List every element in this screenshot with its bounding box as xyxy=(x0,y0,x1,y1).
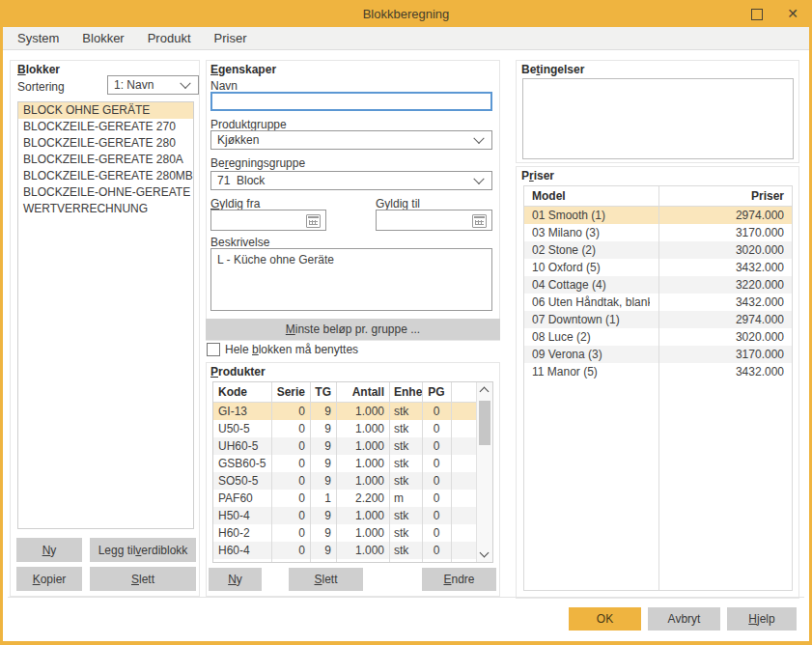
cell: 06 Uten Håndtak, blank... xyxy=(524,294,650,311)
cell: 04 Cottage (4) xyxy=(524,276,650,294)
gyldig-til-input[interactable] xyxy=(376,210,492,231)
menu-produkt[interactable]: Produkt xyxy=(148,31,191,45)
legg-til-verdiblokk-button[interactable]: Legg til verdiblokk xyxy=(90,538,196,562)
cell: 9 xyxy=(310,524,336,542)
chevron-down-icon xyxy=(473,133,484,144)
cell: 0 xyxy=(271,420,310,437)
list-item[interactable]: BLOCKZEILE-OHNE-GEREATE xyxy=(18,184,193,201)
cell: m xyxy=(389,490,422,507)
menu-priser[interactable]: Priser xyxy=(214,31,247,45)
column-divider xyxy=(422,382,423,562)
hele-blokken-checkbox[interactable] xyxy=(207,343,220,356)
cell: 3432.000 xyxy=(650,363,792,380)
cell: 9 xyxy=(310,507,336,524)
produkter-table: KodeSerieTGAntallEnhetPGGI-13091.000stk0… xyxy=(212,381,493,563)
cell: Model xyxy=(524,186,650,206)
footer-separator xyxy=(8,597,804,598)
cell: 3432.000 xyxy=(650,294,792,311)
list-item[interactable]: BLOCKZEILE-GEREATE 280MB xyxy=(18,168,193,184)
menu-system[interactable]: System xyxy=(17,31,59,45)
cell: 3432.000 xyxy=(650,259,792,276)
gyldig-fra-input[interactable] xyxy=(210,210,326,231)
list-item[interactable]: BLOCKZEILE-GEREATE 280 xyxy=(18,135,193,152)
beregningsgruppe-value: 71 Block xyxy=(217,174,265,187)
cell: stk xyxy=(389,455,422,472)
ok-button[interactable]: OK xyxy=(569,607,641,631)
menu-blokker[interactable]: Blokker xyxy=(82,31,124,45)
cell: Enhet xyxy=(389,382,422,402)
title-bar: Blokkberegning ✕ xyxy=(0,0,812,27)
cell: PG xyxy=(422,382,451,402)
cell: 1.000 xyxy=(336,420,389,437)
chevron-down-icon xyxy=(180,78,190,89)
cell: 03 Milano (3) xyxy=(524,224,650,241)
produkter-scrollbar[interactable] xyxy=(476,382,492,562)
hjelp-button[interactable]: Hjelp xyxy=(727,607,797,631)
close-icon[interactable]: ✕ xyxy=(787,5,798,22)
cell: 3170.000 xyxy=(650,346,792,363)
produkter-title: Produkter xyxy=(210,366,266,379)
hele-blokken-label: Hele blokken må benyttes xyxy=(225,344,358,356)
priser-title: Priser xyxy=(521,170,554,182)
cell: Kode xyxy=(213,382,271,402)
sortering-label: Sortering xyxy=(17,81,65,94)
column-divider xyxy=(310,382,311,562)
blokker-ny-button[interactable]: Ny xyxy=(16,538,82,562)
cell: 9 xyxy=(310,437,336,455)
scrollbar-thumb[interactable] xyxy=(479,401,490,445)
produkter-ny-button[interactable]: Ny xyxy=(209,568,262,591)
cell: 02 Stone (2) xyxy=(524,241,650,259)
cell: 2.200 xyxy=(336,490,389,507)
window-title: Blokkberegning xyxy=(363,7,450,21)
column-divider xyxy=(271,382,272,562)
cell: stk xyxy=(389,420,422,437)
cell: H60-2 xyxy=(213,524,271,542)
cell: 3170.000 xyxy=(650,224,792,241)
cell: 0 xyxy=(271,542,310,559)
sortering-select[interactable]: 1: Navn xyxy=(107,75,199,95)
cell: 1.000 xyxy=(336,542,389,559)
cell: 1.000 xyxy=(336,472,389,490)
blokker-slett-button[interactable]: Slett xyxy=(90,567,196,591)
cell: 2974.000 xyxy=(650,311,792,328)
cell: 1.000 xyxy=(336,524,389,542)
calendar-icon[interactable] xyxy=(306,214,321,228)
list-item[interactable]: WERTVERRECHNUNG xyxy=(18,201,193,217)
cell: 10 Oxford (5) xyxy=(524,259,650,276)
cell: stk xyxy=(389,472,422,490)
cell: stk xyxy=(389,403,422,420)
cell: 9 xyxy=(310,455,336,472)
betingelser-textarea[interactable] xyxy=(522,78,794,159)
cell: 0 xyxy=(271,490,310,507)
cell: 0 xyxy=(422,420,451,437)
list-item[interactable]: BLOCKZEILE-GEREATE 280A xyxy=(18,152,193,168)
scroll-down-icon[interactable] xyxy=(477,547,492,562)
beregningsgruppe-select[interactable]: 71 Block xyxy=(210,171,492,190)
minste-belop-button[interactable]: Minste beløp pr. gruppe ... xyxy=(206,319,500,340)
list-item[interactable]: BLOCKZEILE-GEREATE 270 xyxy=(18,119,193,135)
list-item[interactable]: BLOCK OHNE GERÄTE xyxy=(18,102,193,119)
column-divider xyxy=(451,382,452,562)
calendar-icon[interactable] xyxy=(472,214,487,228)
cell: 1 xyxy=(310,490,336,507)
produktgruppe-select[interactable]: Kjøkken xyxy=(210,130,492,150)
column-divider xyxy=(336,382,337,562)
cell: 0 xyxy=(422,524,451,542)
cell: 9 xyxy=(310,403,336,420)
beregningsgruppe-label: Beregningsgruppe xyxy=(210,157,305,170)
kopier-button[interactable]: Kopier xyxy=(16,567,82,591)
beskrivelse-textarea[interactable]: L - Küche ohne Geräte xyxy=(210,248,492,311)
cell: stk xyxy=(389,524,422,542)
priser-table: ModelPriser01 Smooth (1)2974.00003 Milan… xyxy=(523,185,793,591)
scroll-up-icon[interactable] xyxy=(477,382,492,397)
navn-input[interactable] xyxy=(210,92,492,111)
endre-button[interactable]: Endre xyxy=(422,568,496,591)
cell: 9 xyxy=(310,420,336,437)
cell: U50-5 xyxy=(213,420,271,437)
cell: 1.000 xyxy=(336,403,389,420)
column-divider xyxy=(389,382,390,562)
avbryt-button[interactable]: Avbryt xyxy=(648,607,720,631)
maximize-icon[interactable] xyxy=(751,9,763,20)
produkter-slett-button[interactable]: Slett xyxy=(289,568,363,591)
cell: 0 xyxy=(422,472,451,490)
